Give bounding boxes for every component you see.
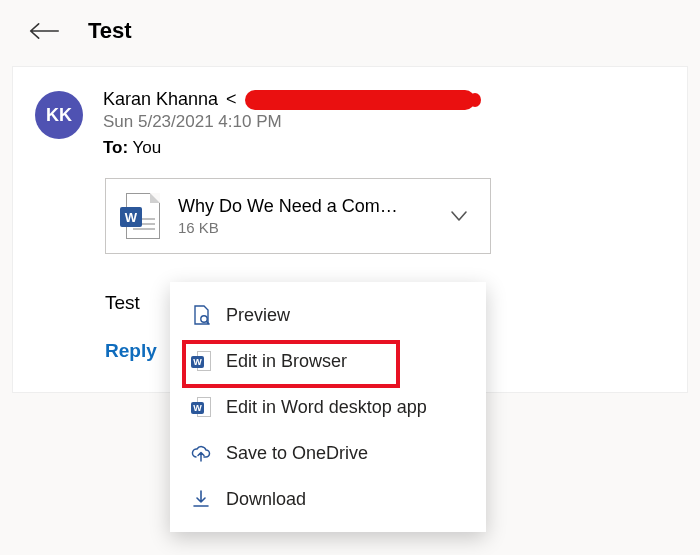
chevron-down-icon [449,206,469,226]
cloud-upload-icon [190,442,212,464]
word-document-icon: W [120,193,160,239]
menu-label: Preview [226,305,290,326]
avatar[interactable]: KK [35,91,83,139]
menu-download[interactable]: Download [170,476,486,522]
word-icon: W [190,350,212,372]
sender-name: Karan Khanna [103,89,218,110]
page-title: Test [88,18,132,44]
attachment-name: Why Do We Need a Com… [178,196,428,217]
menu-label: Download [226,489,306,510]
to-value: You [128,138,161,157]
download-icon [190,488,212,510]
word-icon: W [190,396,212,418]
reply-button[interactable]: Reply [105,340,157,361]
menu-edit-in-browser[interactable]: W Edit in Browser [170,338,486,384]
menu-save-onedrive[interactable]: Save to OneDrive [170,430,486,476]
attachment-info: Why Do We Need a Com… 16 KB [178,196,428,236]
arrow-left-icon [28,21,60,41]
attachment-dropdown: Preview W Edit in Browser W Edit in Word… [170,282,486,532]
sender-line: Karan Khanna < [103,89,665,110]
attachment-menu-toggle[interactable] [446,203,472,229]
sender-row: KK Karan Khanna < Sun 5/23/2021 4:10 PM … [13,89,687,158]
to-label: To: [103,138,128,157]
back-button[interactable] [28,19,60,43]
menu-label: Save to OneDrive [226,443,368,464]
recipients-line: To: You [103,138,665,158]
sent-date: Sun 5/23/2021 4:10 PM [103,112,665,132]
sender-info: Karan Khanna < Sun 5/23/2021 4:10 PM To:… [103,89,665,158]
menu-edit-in-desktop[interactable]: W Edit in Word desktop app [170,384,486,430]
attachment-size: 16 KB [178,219,428,236]
attachment-chip[interactable]: W Why Do We Need a Com… 16 KB [105,178,491,254]
page-header: Test [0,0,700,66]
menu-preview[interactable]: Preview [170,292,486,338]
menu-label: Edit in Browser [226,351,347,372]
menu-label: Edit in Word desktop app [226,397,427,418]
sender-email-redacted [245,90,475,110]
svg-point-0 [201,316,207,322]
email-bracket: < [226,89,237,110]
preview-icon [190,304,212,326]
